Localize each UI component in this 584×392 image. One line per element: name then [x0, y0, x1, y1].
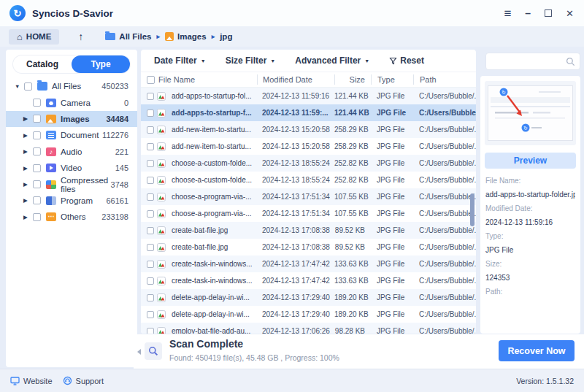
tree-checkbox[interactable] — [33, 131, 41, 139]
table-row[interactable]: choose-a-custom-folde... 2024-12-13 18:5… — [141, 155, 476, 172]
row-checkbox[interactable] — [147, 177, 154, 184]
menu-icon[interactable]: ≡ — [504, 7, 511, 20]
tree-checkbox[interactable] — [33, 180, 41, 188]
table-row[interactable]: choose-a-program-via-... 2024-12-13 17:5… — [141, 205, 476, 222]
expander-icon[interactable] — [23, 115, 32, 122]
tree-item-count: 233198 — [101, 212, 137, 221]
table-row[interactable]: add-apps-to-startup-f... 2024-12-13 11:5… — [141, 104, 476, 121]
column-header-modified-date[interactable]: Modified Date — [257, 74, 334, 85]
home-button[interactable]: ⌂ HOME — [9, 29, 59, 45]
size-filter-dropdown[interactable]: Size Filter ▼ — [226, 55, 276, 66]
preview-button[interactable]: Preview — [485, 153, 576, 169]
row-checkbox[interactable] — [147, 160, 154, 167]
tree-checkbox[interactable] — [33, 99, 41, 107]
row-checkbox[interactable] — [147, 210, 154, 218]
expander-icon[interactable] — [23, 132, 32, 139]
breadcrumb-images[interactable]: Images — [165, 32, 207, 41]
cell-path: C:/Users/Bubble/... — [413, 310, 476, 318]
search-icon[interactable] — [566, 57, 575, 66]
tree-item[interactable]: Video 145 — [6, 160, 137, 176]
recover-now-button[interactable]: Recover Now — [499, 340, 575, 361]
table-row[interactable]: create-bat-file.jpg 2024-12-13 17:08:38 … — [141, 222, 476, 239]
row-checkbox[interactable] — [147, 109, 154, 117]
tree-checkbox[interactable] — [33, 164, 41, 172]
advanced-filter-dropdown[interactable]: Advanced Filter ▼ — [295, 55, 369, 66]
expander-icon[interactable] — [23, 197, 32, 204]
headset-icon — [63, 376, 72, 385]
table-row[interactable]: add-new-item-to-startu... 2024-12-13 15:… — [141, 121, 476, 138]
expander-icon[interactable] — [23, 165, 32, 172]
row-checkbox[interactable] — [147, 244, 154, 251]
column-header-path[interactable]: Path — [413, 74, 476, 85]
row-checkbox[interactable] — [147, 193, 154, 201]
breadcrumb-all-files[interactable]: All Files — [105, 32, 151, 41]
column-header-file-name[interactable]: File Name — [157, 75, 257, 84]
date-filter-dropdown[interactable]: Date Filter ▼ — [154, 55, 206, 66]
row-checkbox[interactable] — [147, 261, 154, 268]
tree-item[interactable]: Others 233198 — [6, 209, 137, 225]
tree-item[interactable]: All Files 450233 — [6, 78, 137, 94]
table-row[interactable]: create-task-in-windows... 2024-12-13 17:… — [141, 272, 476, 289]
expander-icon[interactable] — [23, 148, 32, 155]
search-input[interactable] — [486, 57, 566, 66]
row-checkbox[interactable] — [147, 328, 154, 334]
tree-item[interactable]: Images 34484 — [6, 111, 137, 127]
tab-type[interactable]: Type — [72, 55, 130, 73]
tree-checkbox[interactable] — [33, 147, 41, 155]
tree-item[interactable]: Audio 221 — [6, 144, 137, 160]
table-row[interactable]: choose-a-custom-folde... 2024-12-13 18:5… — [141, 172, 476, 188]
row-checkbox[interactable] — [147, 311, 154, 318]
tree-checkbox[interactable] — [33, 213, 41, 221]
column-header-size[interactable]: Size — [334, 74, 371, 85]
row-checkbox[interactable] — [147, 277, 154, 285]
up-arrow-button[interactable]: ↑ — [78, 31, 83, 42]
toolbar: ⌂ HOME ↑ All Files ▸ Images ▸ jpg — [0, 26, 584, 47]
table-row[interactable]: delete-app-delay-in-wi... 2024-12-13 17:… — [141, 306, 476, 323]
column-header-type[interactable]: Type — [371, 74, 413, 85]
row-checkbox[interactable] — [147, 126, 154, 134]
tree-item-count: 112276 — [102, 131, 137, 139]
maximize-icon[interactable] — [545, 9, 552, 17]
expander-icon[interactable] — [23, 181, 32, 188]
table-row[interactable]: create-task-in-windows... 2024-12-13 17:… — [141, 255, 476, 272]
support-link[interactable]: Support — [63, 376, 104, 385]
cell-size: 107.55 KB — [334, 210, 371, 218]
tab-catalog[interactable]: Catalog — [13, 55, 72, 73]
select-all-checkbox[interactable] — [147, 76, 155, 84]
row-checkbox[interactable] — [147, 294, 154, 301]
app-title: Syncios D-Savior — [32, 8, 113, 19]
table-row[interactable]: add-new-item-to-startu... 2024-12-13 15:… — [141, 138, 476, 155]
row-checkbox[interactable] — [147, 93, 154, 100]
tree-item[interactable]: Compressed files 3748 — [6, 176, 137, 192]
table-row[interactable]: create-bat-file.jpg 2024-12-13 17:08:38 … — [141, 239, 476, 255]
minimize-icon[interactable]: – — [525, 8, 531, 18]
cell-size: 189.20 KB — [334, 310, 371, 318]
table-row[interactable]: add-apps-to-startup-fol... 2024-12-13 11… — [141, 88, 476, 104]
row-checkbox[interactable] — [147, 143, 154, 150]
file-type-icon — [37, 82, 47, 91]
tree-item[interactable]: Camera 0 — [6, 94, 137, 110]
expander-icon[interactable] — [23, 214, 32, 220]
tree-checkbox[interactable] — [24, 82, 32, 91]
close-icon[interactable]: ✕ — [566, 9, 574, 18]
row-checkbox[interactable] — [147, 227, 154, 234]
vertical-scrollbar-thumb[interactable] — [470, 193, 474, 226]
breadcrumb-jpg[interactable]: jpg — [220, 32, 232, 41]
size-filter-label: Size Filter — [226, 55, 267, 66]
reset-button[interactable]: Reset — [389, 55, 424, 66]
tree-item[interactable]: Document 112276 — [6, 127, 137, 143]
window-controls: ≡ – ✕ — [504, 7, 574, 20]
tree-checkbox[interactable] — [33, 115, 41, 123]
table-row[interactable]: delete-app-delay-in-wi... 2024-12-13 17:… — [141, 289, 476, 306]
tree-item[interactable]: Program 66161 — [6, 193, 137, 209]
cell-type: JPG File — [371, 126, 413, 134]
tree-checkbox[interactable] — [33, 196, 41, 204]
collapse-panel-icon[interactable] — [137, 349, 141, 355]
jpg-file-icon — [157, 310, 166, 319]
expander-icon[interactable] — [15, 83, 23, 90]
table-row[interactable]: choose-a-program-via-... 2024-12-13 17:5… — [141, 188, 476, 205]
breadcrumb-label: jpg — [220, 32, 232, 41]
cell-file-name: add-apps-to-startup-fol... — [170, 92, 257, 100]
website-link[interactable]: Website — [10, 377, 53, 385]
table-row[interactable]: employ-bat-file-add-au... 2024-12-13 17:… — [141, 323, 476, 334]
